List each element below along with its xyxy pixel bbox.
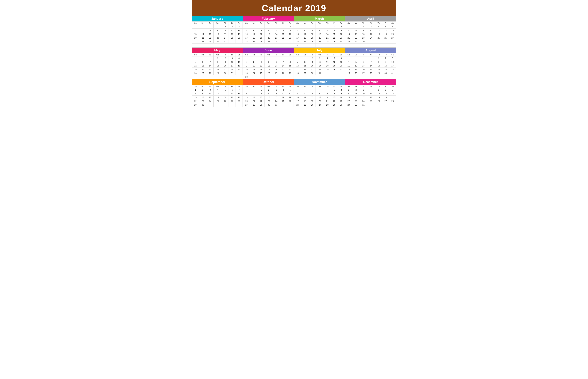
day-header-Fr: Fr: [280, 22, 286, 25]
calendar-day: 22: [331, 99, 338, 103]
calendar-day: 23: [309, 68, 316, 71]
calendar-day: 10: [294, 32, 301, 36]
table-row: 293031: [345, 103, 396, 107]
calendar-day: 13: [265, 32, 273, 36]
calendar-day: 14: [389, 92, 396, 95]
day-header-We: We: [367, 22, 375, 25]
calendar-day: 4: [229, 25, 235, 29]
calendar-day: 3: [367, 25, 375, 29]
calendar-day: [324, 44, 331, 47]
day-header-We: We: [316, 22, 324, 25]
calendar-day: 26: [235, 36, 243, 40]
calendar-day: 23: [338, 36, 345, 40]
calendar-day: 29: [286, 71, 294, 75]
table-row: 2728293031: [192, 40, 243, 44]
table-row: 13141516171819: [192, 32, 243, 36]
month-header-mar: March: [294, 16, 345, 21]
calendar-day: 14: [294, 64, 301, 68]
calendar-day: 20: [265, 36, 273, 40]
calendar-day: 1: [375, 56, 382, 60]
table-row: 14151617181920: [294, 64, 345, 68]
calendar-day: 29: [375, 71, 382, 75]
calendar-day: 11: [345, 64, 352, 68]
calendar-day: 10: [207, 92, 213, 95]
calendar-day: 7: [250, 92, 258, 95]
calendar-day: 8: [345, 92, 352, 95]
calendar-day: [286, 103, 294, 107]
calendar-day: 28: [207, 71, 213, 75]
calendar-day: 5: [375, 88, 382, 92]
calendar-day: 7: [235, 88, 243, 92]
calendar-day: 23: [214, 36, 222, 40]
calendar-day: 25: [367, 99, 375, 103]
calendar-day: 16: [338, 32, 345, 36]
calendar-day: [258, 56, 265, 60]
month-may: MaySuMoTuWeThFrSa12345678910111213141516…: [192, 47, 243, 79]
calendar-day: 26: [352, 71, 360, 75]
table-row: 14151617181920: [345, 32, 396, 36]
calendar-day: 30: [338, 40, 345, 44]
calendar-day: 26: [222, 99, 229, 103]
month-dec: DecemberSuMoTuWeThFrSa123456789101112131…: [345, 79, 396, 107]
calendar-day: 16: [222, 64, 229, 68]
day-header-Tu: Tu: [207, 85, 213, 88]
calendar-day: 26: [309, 40, 316, 44]
main-header: Calendar 2019: [192, 0, 396, 16]
calendar-day: 1: [301, 56, 309, 60]
calendar-day: 30: [338, 103, 345, 107]
calendar-day: 31: [389, 71, 396, 75]
calendar-day: 8: [192, 92, 199, 95]
calendar-day: 3: [207, 88, 213, 92]
table-row: 13141516171819: [243, 95, 294, 99]
table-row: 1: [243, 56, 294, 60]
calendar-day: 23: [243, 71, 250, 75]
calendar-day: [352, 56, 360, 60]
calendar-day: 7: [389, 88, 396, 92]
month-header-jul: July: [294, 47, 345, 53]
month-table-nov: SuMoTuWeThFrSa12345678910111213141516171…: [294, 85, 345, 107]
calendar-day: [367, 103, 375, 107]
day-header-Sa: Sa: [235, 53, 243, 56]
calendar-day: 27: [273, 71, 280, 75]
day-header-Sa: Sa: [389, 53, 396, 56]
month-header-apr: April: [345, 16, 396, 21]
day-header-Th: Th: [375, 22, 382, 25]
calendar-day: [229, 103, 235, 107]
calendar-day: [375, 103, 382, 107]
calendar-day: 1: [258, 88, 265, 92]
calendar-day: 24: [389, 68, 396, 71]
day-header-Sa: Sa: [286, 85, 294, 88]
table-row: 12345: [192, 25, 243, 29]
calendar-day: 29: [192, 103, 199, 107]
table-row: 24252627282930: [294, 40, 345, 44]
calendar-day: 21: [207, 68, 213, 71]
table-row: 28293031: [294, 71, 345, 75]
calendar-day: 3: [360, 88, 367, 92]
month-table-feb: SuMoTuWeThFrSa12345678910111213141516171…: [243, 21, 294, 44]
calendar-day: 15: [352, 32, 360, 36]
day-header-Tu: Tu: [309, 85, 316, 88]
calendar-day: 30: [214, 40, 222, 44]
day-header-Tu: Tu: [207, 53, 213, 56]
calendar-day: [192, 56, 199, 60]
table-row: 24252627282930: [294, 103, 345, 107]
calendar-day: 16: [309, 64, 316, 68]
day-header-Tu: Tu: [258, 53, 265, 56]
calendar-day: [250, 25, 258, 29]
calendar-day: 18: [250, 36, 258, 40]
calendar-day: 16: [382, 64, 389, 68]
table-row: 12345: [243, 88, 294, 92]
month-header-nov: November: [294, 79, 345, 85]
calendar-day: [331, 71, 338, 75]
day-header-Mo: Mo: [199, 22, 207, 25]
day-header-We: We: [367, 85, 375, 88]
calendar-day: 12: [375, 92, 382, 95]
calendar-day: 6: [243, 92, 250, 95]
calendar-day: 4: [301, 92, 309, 95]
calendar-day: 9: [309, 60, 316, 64]
calendar-day: 21: [367, 68, 375, 71]
calendar-day: 16: [286, 32, 294, 36]
table-row: 21222324252627: [345, 36, 396, 40]
calendar-day: 2: [222, 56, 229, 60]
day-header-We: We: [265, 22, 273, 25]
